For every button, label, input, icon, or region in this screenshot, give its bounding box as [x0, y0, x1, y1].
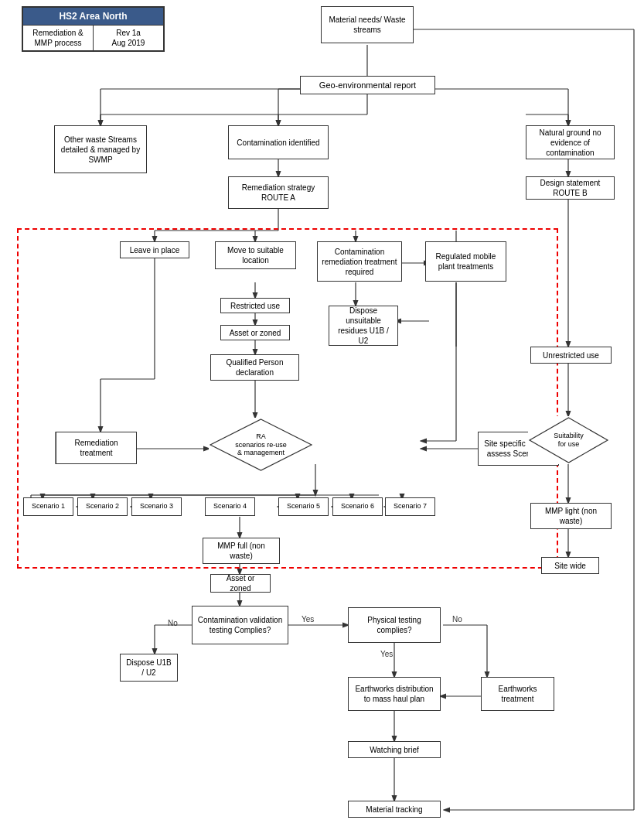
scenario5-box: Scenario 5: [278, 497, 329, 516]
contamination-remediation-box: Contamination remediation treatment requ…: [317, 241, 402, 282]
scenario3-box: Scenario 3: [131, 497, 182, 516]
header-rev: Rev 1aAug 2019: [94, 26, 163, 50]
no-label-2: No: [452, 615, 462, 624]
header-process: Remediation &MMP process: [23, 26, 94, 50]
contamination-id-box: Contamination identified: [228, 125, 329, 159]
earthworks-treatment-box: Earthworks treatment: [481, 677, 554, 711]
scenario6-box: Scenario 6: [332, 497, 383, 516]
asset-zoned-1-box: Asset or zoned: [220, 325, 290, 340]
regulated-mobile-box: Regulated mobile plant treatments: [425, 241, 506, 282]
other-waste-box: Other waste Streams detailed & managed b…: [54, 125, 147, 173]
ra-scenarios-diamond: RAscenarios re-use& management: [209, 418, 313, 472]
site-wide-box: Site wide: [541, 557, 599, 574]
watching-brief-box: Watching brief: [348, 741, 441, 758]
remediation-strategy-box: Remediation strategy ROUTE A: [228, 176, 329, 209]
geo-env-box: Geo-environmental report: [300, 76, 435, 94]
physical-testing-box: Physical testing complies?: [348, 607, 441, 643]
mmp-full-box: MMP full (non waste): [203, 538, 280, 564]
dispose-unsuitable-box: Dispose unsuitable residues U1B / U2: [329, 306, 398, 346]
yes-label-2: Yes: [380, 650, 393, 658]
scenario7-box: Scenario 7: [385, 497, 435, 516]
leave-in-place-box: Leave in place: [120, 241, 189, 258]
remediation-treatment-box: Remediation treatment: [56, 432, 137, 464]
move-suitable-box: Move to suitable location: [215, 241, 296, 269]
material-tracking-box: Material tracking: [348, 801, 441, 818]
material-needs-box: Material needs/ Waste streams: [321, 6, 414, 43]
scenario2-box: Scenario 2: [77, 497, 128, 516]
header-title: HS2 Area North: [23, 8, 163, 25]
restricted-use-box: Restricted use: [220, 298, 290, 313]
qualified-person-box: Qualified Person declaration: [210, 354, 299, 381]
header-box: HS2 Area North Remediation &MMP process …: [22, 6, 165, 52]
mmp-light-box: MMP light (non waste): [530, 503, 612, 529]
dispose-u1b-box: Dispose U1B / U2: [120, 654, 178, 682]
no-label-1: No: [168, 619, 178, 627]
yes-label-1: Yes: [302, 615, 314, 624]
asset-zoned-2-box: Asset or zoned: [210, 574, 271, 593]
scenario4-box: Scenario 4: [205, 497, 255, 516]
contamination-validation-box: Contamination validation testing Complie…: [192, 606, 288, 644]
natural-ground-box: Natural ground no evidence of contaminat…: [526, 125, 615, 159]
suitability-diamond: Suitabilityfor use: [528, 416, 609, 464]
scenario1-box: Scenario 1: [23, 497, 73, 516]
earthworks-dist-box: Earthworks distribution to mass haul pla…: [348, 677, 441, 711]
design-statement-box: Design statement ROUTE B: [526, 176, 615, 200]
unrestricted-use-box: Unrestricted use: [530, 347, 612, 364]
